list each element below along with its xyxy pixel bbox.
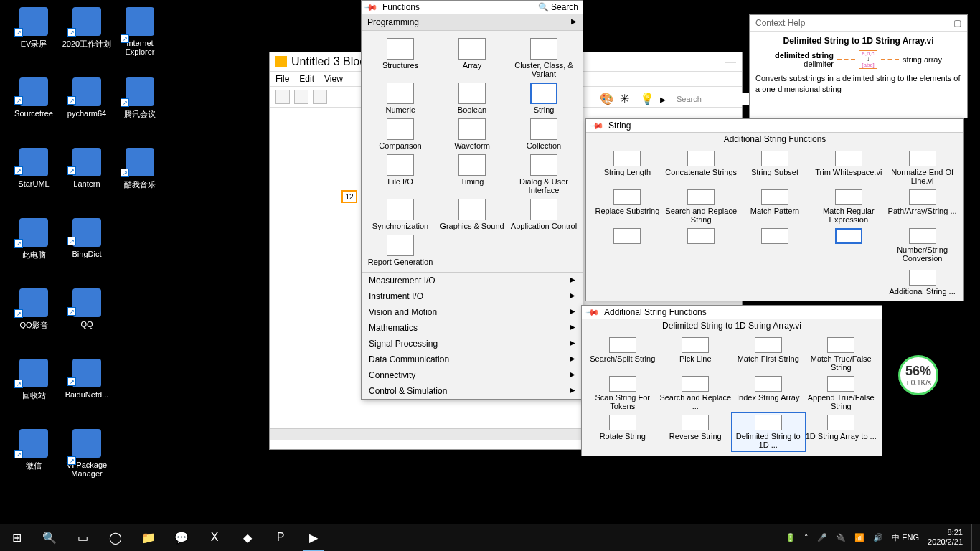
palette-item[interactable]: Delimited String to 1D ... bbox=[732, 413, 805, 451]
palette-item[interactable] bbox=[664, 268, 738, 298]
palette-item[interactable]: Reverse String bbox=[659, 413, 732, 451]
palette-item[interactable]: Index String Array bbox=[732, 374, 805, 413]
taskbar-search-button[interactable]: 🔍 bbox=[33, 524, 66, 551]
desktop-icon[interactable]: ↗QQ影音 bbox=[7, 288, 60, 331]
numeric-constant-node[interactable]: 12 bbox=[341, 190, 357, 203]
desktop-icon[interactable]: ↗2020工作计划 bbox=[60, 7, 113, 50]
show-desktop-button[interactable] bbox=[971, 524, 976, 551]
palette-item[interactable] bbox=[590, 226, 664, 265]
palette-item[interactable]: Search and Replace ... bbox=[659, 374, 732, 413]
power-icon[interactable]: 🔌 bbox=[836, 533, 846, 542]
palette-search-button[interactable]: 🔍 Search bbox=[538, 2, 578, 12]
palette-item[interactable]: Pick Line bbox=[659, 335, 732, 374]
palette-item[interactable] bbox=[811, 226, 885, 265]
palette-item[interactable]: Array bbox=[436, 35, 508, 80]
taskbar-excel-button[interactable]: X bbox=[198, 524, 231, 551]
system-tray[interactable]: 🔋 ˄ 🎤 🔌 📶 🔊 中 ENG 8:21 2020/2/21 bbox=[786, 524, 980, 551]
palette-item[interactable]: Boolean bbox=[436, 80, 508, 116]
palette-item[interactable]: Number/String Conversion bbox=[885, 226, 959, 265]
desktop-icon[interactable]: ↗微信 bbox=[7, 429, 60, 471]
palette-item[interactable]: String Subset bbox=[738, 149, 812, 187]
run-button[interactable] bbox=[275, 90, 290, 104]
palette-item[interactable]: Search/Split String bbox=[586, 335, 659, 374]
palette-item[interactable]: Application Control bbox=[508, 196, 580, 232]
palette-item[interactable]: Scan String For Tokens bbox=[586, 374, 659, 413]
palette-item[interactable]: Trim Whitespace.vi bbox=[811, 149, 885, 187]
desktop-icon[interactable]: ↗BingDict bbox=[60, 218, 113, 258]
palette-category[interactable]: Data Communication▶ bbox=[362, 352, 583, 367]
desktop-icon[interactable]: ↗Internet Explorer bbox=[113, 7, 166, 56]
palette-category[interactable]: Control & Simulation▶ bbox=[362, 383, 583, 399]
palette-item[interactable] bbox=[811, 268, 885, 298]
close-button[interactable]: ▢ bbox=[953, 18, 961, 28]
palette-category[interactable]: Instrument I/O▶ bbox=[362, 288, 583, 304]
palette-item[interactable]: Cluster, Class, & Variant bbox=[508, 35, 580, 80]
palette-item[interactable]: Dialog & User Interface bbox=[508, 151, 580, 196]
palette-item[interactable]: Additional String ... bbox=[885, 268, 959, 298]
desktop-icon[interactable]: ↗StarUML bbox=[7, 148, 60, 188]
minimize-button[interactable]: — bbox=[725, 55, 736, 68]
taskbar-start-button[interactable]: ⊞ bbox=[0, 524, 33, 551]
desktop-icon[interactable]: ↗pycharm64 bbox=[60, 77, 113, 118]
palette-category[interactable]: Signal Processing▶ bbox=[362, 336, 583, 352]
chevron-up-icon[interactable]: ˄ bbox=[804, 533, 809, 542]
microphone-icon[interactable]: 🎤 bbox=[817, 533, 827, 542]
network-speed-widget[interactable]: 56% ↑ 0.1K/s bbox=[898, 355, 938, 395]
palette-item[interactable] bbox=[738, 226, 812, 265]
palette-item[interactable]: Synchronization bbox=[364, 196, 436, 232]
taskbar-explorer-button[interactable]: 📁 bbox=[132, 524, 165, 551]
palette-item[interactable]: Replace Substring bbox=[590, 187, 664, 226]
desktop-icon[interactable]: ↗腾讯会议 bbox=[113, 77, 166, 120]
taskbar-labview-button[interactable]: ▶ bbox=[297, 524, 330, 551]
pin-icon[interactable]: 📌 bbox=[590, 118, 605, 133]
desktop-icon[interactable]: ↗Lantern bbox=[60, 148, 113, 188]
palette-item[interactable]: Numeric bbox=[364, 80, 436, 116]
palette-item[interactable]: Normalize End Of Line.vi bbox=[885, 149, 959, 187]
palette-item[interactable]: Collection bbox=[508, 116, 580, 151]
palette-item[interactable]: Match Regular Expression bbox=[811, 187, 885, 226]
palette-subhead[interactable]: Programming ▶ bbox=[362, 14, 583, 31]
taskbar-wechat-button[interactable]: 💬 bbox=[165, 524, 198, 551]
pin-icon[interactable]: 📌 bbox=[585, 305, 600, 320]
palette-item[interactable] bbox=[738, 268, 812, 298]
palette-item[interactable] bbox=[664, 226, 738, 265]
palette-category[interactable]: Measurement I/O▶ bbox=[362, 273, 583, 288]
abort-button[interactable] bbox=[313, 90, 327, 104]
desktop-icon[interactable]: ↗酷我音乐 bbox=[113, 148, 166, 190]
palette-item[interactable]: Rotate String bbox=[586, 413, 659, 451]
wifi-icon[interactable]: 📶 bbox=[854, 533, 864, 542]
window-titlebar[interactable]: Context Help ▢ bbox=[750, 15, 967, 32]
taskbar-chrome-button[interactable]: ◯ bbox=[99, 524, 132, 551]
palette-item[interactable]: Match True/False String bbox=[805, 335, 878, 374]
palette-item[interactable]: Search and Replace String bbox=[664, 187, 738, 226]
clock[interactable]: 8:21 2020/2/21 bbox=[928, 528, 963, 546]
palette-item[interactable]: String bbox=[508, 80, 580, 116]
menu-item[interactable]: View bbox=[324, 74, 343, 84]
palette-item[interactable]: Match First String bbox=[732, 335, 805, 374]
palette-item[interactable]: Graphics & Sound bbox=[436, 196, 508, 232]
palette-item[interactable]: String Length bbox=[590, 149, 664, 187]
palette-header[interactable]: 📌 Additional String Functions bbox=[582, 306, 882, 319]
palette-item[interactable]: Timing bbox=[436, 151, 508, 196]
taskbar-taskview-button[interactable]: ▭ bbox=[66, 524, 99, 551]
desktop-icon[interactable]: ↗回收站 bbox=[7, 359, 60, 401]
desktop-icon[interactable]: ↗此电脑 bbox=[7, 218, 60, 260]
palette-item[interactable] bbox=[590, 268, 664, 298]
run-continuous-button[interactable] bbox=[294, 90, 308, 104]
palette-item[interactable]: Concatenate Strings bbox=[664, 149, 738, 187]
palette-header[interactable]: 📌 Functions 🔍 Search bbox=[362, 1, 583, 14]
highlight-icon[interactable]: 💡 bbox=[640, 92, 654, 106]
palette-category[interactable]: Connectivity▶ bbox=[362, 367, 583, 383]
taskbar-powerpoint-button[interactable]: P bbox=[264, 524, 297, 551]
search-input[interactable]: Search bbox=[672, 93, 750, 105]
palette-category[interactable]: Mathematics▶ bbox=[362, 320, 583, 336]
menu-item[interactable]: Edit bbox=[299, 74, 314, 84]
pin-icon[interactable]: 📌 bbox=[364, 0, 379, 14]
palette-item[interactable]: Waveform bbox=[436, 116, 508, 151]
desktop-icon[interactable]: ↗Sourcetree bbox=[7, 77, 60, 118]
palette-item[interactable]: Report Generation bbox=[364, 232, 436, 268]
battery-icon[interactable]: 🔋 bbox=[786, 533, 796, 542]
palette-item[interactable]: Append True/False String bbox=[805, 374, 878, 413]
taskbar-pycharm-button[interactable]: ◆ bbox=[231, 524, 264, 551]
desktop-icon[interactable]: ↗VI Package Manager bbox=[60, 429, 113, 478]
